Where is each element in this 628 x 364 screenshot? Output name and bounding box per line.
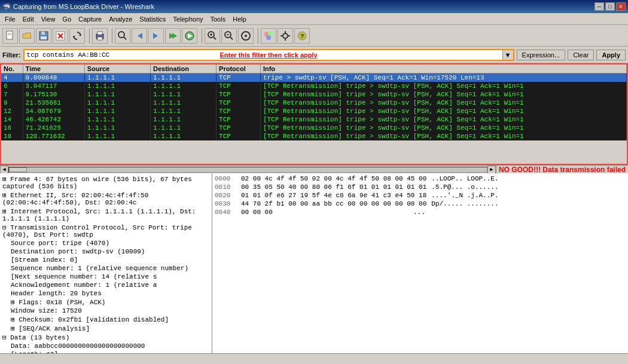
close-button[interactable]: ✕ <box>616 2 626 11</box>
list-item[interactable]: ⊞ Flags: 0x18 (PSH, ACK) <box>1 298 211 307</box>
list-item[interactable]: ⊞ [SEQ/ACK analysis] <box>1 324 211 333</box>
titlebar: 🦈 Capturing from MS LoopBack Driver - Wi… <box>0 0 628 13</box>
cell-time: 3.047117 <box>23 82 84 90</box>
svg-point-30 <box>245 35 247 37</box>
list-item[interactable]: ⊟ Data (13 bytes) <box>1 333 211 342</box>
list-item[interactable]: Destination port: swdtp-sv (10009) <box>1 247 211 256</box>
clear-button[interactable]: Clear <box>568 50 594 60</box>
menu-analyze[interactable]: Analyze <box>105 14 136 24</box>
table-row[interactable]: 18120.7716321.1.1.11.1.1.1TCP[TCP Retran… <box>1 132 627 140</box>
menu-statistics[interactable]: Statistics <box>136 14 169 24</box>
list-item[interactable]: [Stream index: 0] <box>1 256 211 264</box>
packet-list[interactable]: No. Time Source Destination Protocol Inf… <box>0 63 628 165</box>
menu-edit[interactable]: Edit <box>19 14 38 24</box>
apply-button[interactable]: Apply <box>596 50 626 60</box>
list-item[interactable]: [Next sequence number: 14 (relative s <box>1 273 211 281</box>
list-item[interactable]: Window size: 17520 <box>1 307 211 315</box>
cell-proto: TCP <box>217 82 261 90</box>
table-row[interactable]: 79.1751301.1.1.11.1.1.1TCP[TCP Retransmi… <box>1 90 627 99</box>
table-row[interactable]: 1234.0876791.1.1.11.1.1.1TCP[TCP Retrans… <box>1 107 627 115</box>
col-destination: Destination <box>150 65 216 74</box>
filter-dropdown-button[interactable]: ▼ <box>502 50 513 60</box>
tb-close-cap[interactable] <box>53 28 68 44</box>
cell-info: [TCP Retransmission] tripe > swdtp-sv [P… <box>260 115 626 124</box>
cell-dst: 1.1.1.1 <box>150 99 216 107</box>
list-item[interactable]: ⊞ Frame 4: 67 bytes on wire (536 bits), … <box>1 175 211 191</box>
scroll-thumb[interactable] <box>9 167 27 172</box>
tb-new[interactable] <box>2 28 18 44</box>
list-item: 003044 70 2f b1 00 00 aa bb cc 00 00 00 … <box>215 200 626 208</box>
list-item[interactable]: ⊞ Checksum: 0x2fb1 [validation disabled] <box>1 315 211 324</box>
list-item[interactable]: ⊞ Internet Protocol, Src: 1.1.1.1 (1.1.1… <box>1 207 211 223</box>
tb-zoom-in[interactable] <box>205 28 220 44</box>
cell-dst: 1.1.1.1 <box>150 90 216 99</box>
scroll-right[interactable]: ▶ <box>487 166 496 174</box>
table-row[interactable]: 63.0471171.1.1.11.1.1.1TCP[TCP Retransmi… <box>1 82 627 90</box>
svg-point-33 <box>266 35 271 40</box>
col-source: Source <box>84 65 150 74</box>
table-row[interactable]: 1671.2416251.1.1.11.1.1.1TCP[TCP Retrans… <box>1 124 627 132</box>
tb-sep3 <box>200 28 202 44</box>
menu-file[interactable]: File <box>1 14 19 24</box>
app-icon: 🦈 <box>2 3 11 11</box>
tb-open[interactable] <box>19 28 35 44</box>
list-item[interactable]: Acknowledgement number: 1 (relative a <box>1 281 211 289</box>
menu-view[interactable]: View <box>38 14 59 24</box>
tb-colorize[interactable] <box>261 28 276 44</box>
list-item[interactable]: Data: aabbcc0000000000000000000000 <box>1 342 211 350</box>
tb-print[interactable] <box>92 28 108 44</box>
scroll-left[interactable]: ◀ <box>0 166 8 174</box>
scroll-track[interactable] <box>8 167 487 173</box>
maximize-button[interactable]: □ <box>605 2 615 11</box>
menu-go[interactable]: Go <box>59 14 75 24</box>
menu-capture[interactable]: Capture <box>75 14 105 24</box>
no-good-text: NO GOOD!!! Data transmission failed <box>496 166 628 174</box>
h-scrollbar[interactable]: ◀ ▶ NO GOOD!!! Data transmission failed <box>0 165 628 173</box>
table-row[interactable]: 1446.4267421.1.1.11.1.1.1TCP[TCP Retrans… <box>1 115 627 124</box>
tb-save[interactable] <box>36 28 51 44</box>
menu-tools[interactable]: Tools <box>207 14 230 24</box>
cell-proto: TCP <box>217 107 261 115</box>
filter-label: Filter: <box>2 51 21 59</box>
svg-marker-16 <box>138 33 142 39</box>
tb-sep1 <box>87 28 90 44</box>
cell-no: 14 <box>1 115 23 124</box>
list-item[interactable]: ⊟ Transmission Control Protocol, Src Por… <box>1 223 211 239</box>
menu-telephony[interactable]: Telephony <box>169 14 206 24</box>
cell-no: 16 <box>1 124 23 132</box>
list-item[interactable]: Sequence number: 1 (relative sequence nu… <box>1 264 211 273</box>
list-item: 000002 00 4c 4f 4f 50 02 00 4c 4f 4f 50 … <box>215 175 626 183</box>
cell-dst: 1.1.1.1 <box>150 74 216 82</box>
cell-no: 9 <box>1 99 23 107</box>
cell-src: 1.1.1.1 <box>84 124 150 132</box>
minimize-button[interactable]: ─ <box>595 2 604 11</box>
svg-rect-12 <box>97 32 102 35</box>
cell-time: 34.087679 <box>23 107 84 115</box>
tb-help[interactable]: ? <box>294 28 310 44</box>
title-buttons: ─ □ ✕ <box>595 2 626 11</box>
tb-goto[interactable] <box>165 28 181 44</box>
hex-panel[interactable]: 000002 00 4c 4f 4f 50 02 00 4c 4f 4f 50 … <box>212 173 628 353</box>
list-item[interactable]: Header length: 20 bytes <box>1 289 211 298</box>
table-row[interactable]: 921.5356811.1.1.11.1.1.1TCP[TCP Retransm… <box>1 99 627 107</box>
detail-panel[interactable]: ⊞ Frame 4: 67 bytes on wire (536 bits), … <box>0 173 212 353</box>
menu-help[interactable]: Help <box>229 14 250 24</box>
svg-line-23 <box>214 37 216 39</box>
filter-input[interactable] <box>25 50 502 60</box>
expression-button[interactable]: Expression... <box>517 50 566 60</box>
tb-forward[interactable] <box>148 28 164 44</box>
hex-ascii: ....'._N .j.A..P. <box>431 192 498 199</box>
hex-ascii: Dp/..... ........ <box>431 200 498 207</box>
tb-back[interactable] <box>132 28 147 44</box>
list-item[interactable]: Source port: tripe (4070) <box>1 239 211 247</box>
tb-zoom-reset[interactable] <box>238 28 254 44</box>
tb-zoom-out[interactable] <box>221 28 237 44</box>
tb-capture-start[interactable] <box>182 28 197 44</box>
tb-prefs[interactable] <box>278 28 293 44</box>
cell-dst: 1.1.1.1 <box>150 82 216 90</box>
svg-rect-0 <box>7 31 13 39</box>
table-row[interactable]: 40.0008481.1.1.11.1.1.1TCPtripe > swdtp-… <box>1 74 627 82</box>
list-item[interactable]: ⊞ Ethernet II, Src: 02:00:4c:4f:4f:50 (0… <box>1 191 211 207</box>
tb-find[interactable] <box>115 28 130 44</box>
tb-reload[interactable] <box>69 28 85 44</box>
